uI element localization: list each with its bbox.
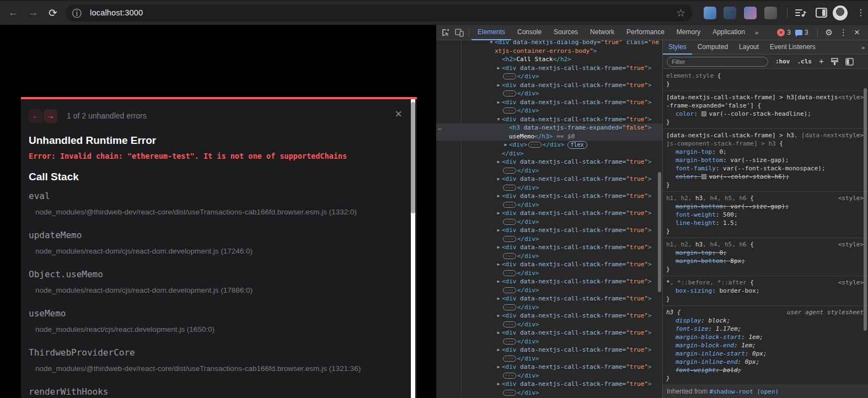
expand-ellipsis-icon[interactable]: ··· [503,321,516,327]
new-style-rule-icon[interactable]: + [819,56,824,66]
console-message-icon[interactable] [795,30,802,35]
dom-tree-row[interactable]: ···</div> [436,389,662,397]
dom-tree-row[interactable]: ▼<div data-nextjs-call-stack-frame="true… [436,115,662,124]
expand-ellipsis-icon[interactable]: ··· [503,236,516,242]
reload-icon[interactable]: ⟳ [44,4,62,21]
css-declaration[interactable]: font-size: 1.17em; [666,325,864,333]
profile-avatar[interactable] [833,6,848,20]
tab-elements[interactable]: Elements [471,25,511,40]
styles-filter-input[interactable] [667,57,768,67]
expand-ellipsis-icon[interactable]: ··· [503,287,516,293]
expand-ellipsis-icon[interactable]: ··· [503,202,516,208]
dom-tree-row[interactable]: ···</div> [436,184,662,192]
color-swatch[interactable] [701,174,706,179]
side-panel-icon[interactable] [816,8,827,18]
stylesheet-link[interactable]: <style> [838,240,864,249]
expand-ellipsis-icon[interactable]: ··· [503,168,516,174]
previous-error-button[interactable]: ← [29,109,42,123]
tree-twisty-icon[interactable]: ▶ [495,380,502,389]
dom-tree-row[interactable]: ▶<div data-nextjs-call-stack-frame="true… [436,175,662,184]
css-rule[interactable]: <style>h1, h2, h3, h4, h5, h6 {margin-to… [663,238,868,276]
css-declaration[interactable]: font-family: var(--font-stack-monospace)… [666,164,864,173]
dialog-scrollbar[interactable] [411,99,415,398]
tree-twisty-icon[interactable]: ▶ [495,294,502,303]
rendering-brush-icon[interactable] [831,58,839,66]
dom-tree-row[interactable]: ···</div> [436,320,662,329]
dom-tree-row[interactable]: ▶<div data-nextjs-call-stack-frame="true… [436,158,662,166]
dom-tree-row[interactable]: ···</div> [436,166,662,175]
dom-tree-row[interactable]: xtjs-container-errors-body"> [436,47,662,56]
tree-twisty-icon[interactable]: ▶ [495,98,502,107]
dialog-scrollbar-thumb[interactable] [411,102,415,213]
tree-twisty-icon[interactable]: ▶ [495,64,502,73]
dom-tree-row[interactable]: ▶<div data-nextjs-call-stack-frame="true… [436,64,662,73]
settings-gear-icon[interactable]: ⚙ [826,28,833,36]
css-declaration[interactable]: box-sizing: border-box; [666,287,864,295]
shadow-root-link[interactable]: #shadow-root (open) [709,388,779,395]
dom-tree-row[interactable]: ▶<div data-nextjs-call-stack-frame="true… [436,243,662,252]
dom-tree-row[interactable]: ▶<div data-nextjs-call-stack-frame="true… [436,380,662,389]
styles-scrollbar-thumb[interactable] [864,88,867,331]
tree-twisty-icon[interactable]: ▶ [495,81,502,90]
tree-twisty-icon[interactable]: ▼ [488,40,495,47]
inspect-element-icon[interactable] [441,28,450,37]
tree-twisty-icon[interactable]: ▶ [495,277,502,286]
tree-twisty-icon[interactable]: ▶ [495,209,502,218]
back-icon[interactable]: ← [4,4,22,21]
tree-twisty-icon[interactable]: ▶ [502,141,509,149]
tab-performance[interactable]: Performance [620,25,671,40]
tree-twisty-icon[interactable]: ▶ [495,346,502,354]
tab-memory[interactable]: Memory [671,25,706,40]
close-icon[interactable]: × [395,108,402,120]
dom-tree-row[interactable]: ···</div> [436,372,662,380]
dom-tree-row[interactable]: ▶<div data-nextjs-call-stack-frame="true… [436,192,662,201]
css-declaration[interactable]: margin-inline-start: 0px; [666,349,864,358]
tree-twisty-icon[interactable]: ▶ [495,243,502,252]
dom-tree-row[interactable]: ···</div> [436,286,662,295]
node-more-actions[interactable]: … [438,123,442,132]
browser-menu-icon[interactable]: ⋮ [856,7,865,18]
css-rule[interactable]: element.style {} [663,69,868,91]
tab-network[interactable]: Network [584,25,620,40]
dom-tree-row[interactable]: ···</div> [436,337,662,346]
dom-tree-row[interactable]: ···</div> [436,235,662,244]
stylesheet-link[interactable]: <style> [838,93,864,101]
expand-ellipsis-icon[interactable]: ··· [503,90,516,96]
expand-ellipsis-icon[interactable]: ··· [503,219,516,225]
css-rule[interactable]: <style>[data-nextjs-call-stack-frame] > … [663,129,868,192]
stylesheet-link[interactable]: user agent stylesheet [787,308,864,316]
next-error-button[interactable]: → [44,109,57,123]
css-declaration[interactable]: margin-bottom: var(--size-gap); [666,202,864,211]
dom-tree-row[interactable]: ···</div> [436,201,662,209]
css-declaration[interactable]: margin-top: 0; [666,148,864,156]
dom-tree-row[interactable]: ▶<div data-nextjs-call-stack-frame="true… [436,329,662,337]
expand-ellipsis-icon[interactable]: ··· [503,253,516,259]
dom-tree-row[interactable]: </div> [436,149,662,158]
tree-twisty-icon[interactable]: ▶ [495,329,502,337]
tree-twisty-icon[interactable]: ▶ [495,363,502,372]
dom-tree-row[interactable]: ···</div> [436,354,662,363]
styles-tab-layout[interactable]: Layout [733,40,764,55]
styles-more-tabs-icon[interactable]: » [858,44,868,51]
extension-icon-2[interactable] [724,7,736,19]
forward-icon[interactable]: → [24,4,42,21]
expand-ellipsis-icon[interactable]: ··· [503,270,516,276]
dom-tree-row[interactable]: ···</div> [436,252,662,261]
tree-twisty-icon[interactable]: ▶ [495,175,502,184]
dom-tree-row[interactable]: ···</div> [436,218,662,227]
error-count[interactable]: 3 [787,29,791,36]
expand-ellipsis-icon[interactable]: ··· [503,304,516,310]
devtools-close-icon[interactable]: × [854,28,860,37]
stylesheet-link[interactable]: <style> [838,278,864,287]
extension-icon-3[interactable] [744,7,757,19]
dom-tree-row[interactable]: ···</div> [436,106,662,115]
css-declaration[interactable]: line-height: 1.5; [666,219,864,227]
dom-tree-row[interactable]: <h2>Call Stack</h2> [436,55,662,64]
css-declaration[interactable]: margin-top: 0; [666,249,864,257]
color-swatch[interactable] [701,111,706,116]
styles-tab-event-listeners[interactable]: Event Listeners [764,40,821,55]
tree-twisty-icon[interactable]: ▶ [495,158,502,166]
css-declaration[interactable]: margin-block-start: 1em; [666,333,864,341]
css-rule[interactable]: <style>*, *::before, *::after {box-sizin… [663,276,868,306]
tree-twisty-icon[interactable]: ▶ [495,192,502,201]
